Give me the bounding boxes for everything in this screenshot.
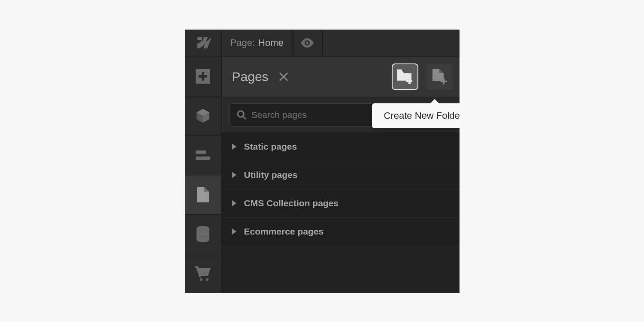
search-placeholder: Search pages: [251, 110, 307, 120]
svg-rect-15: [406, 80, 412, 82]
nav-add-button[interactable]: [185, 57, 221, 96]
create-folder-button[interactable]: [392, 63, 418, 90]
svg-point-8: [200, 278, 203, 281]
main: Pages: [185, 57, 460, 293]
nav-navigator-button[interactable]: [185, 136, 221, 175]
page-group-static[interactable]: Static pages: [222, 133, 460, 161]
page-group-label: Static pages: [244, 141, 297, 152]
folder-plus-icon: [396, 69, 414, 84]
svg-point-1: [306, 42, 308, 44]
page-group-label: Ecommerce pages: [244, 226, 324, 237]
create-page-button[interactable]: [426, 63, 453, 90]
close-panel-button[interactable]: [279, 72, 288, 81]
nav-ecommerce-button[interactable]: [185, 254, 221, 293]
eye-icon: [300, 38, 314, 48]
plus-box-icon: [196, 69, 210, 84]
nav-symbols-button[interactable]: [185, 96, 221, 136]
page-name: Home: [258, 37, 284, 48]
page-indicator[interactable]: Page: Home: [222, 30, 293, 57]
preview-button[interactable]: [293, 30, 323, 57]
svg-rect-10: [397, 69, 402, 72]
tooltip-create-folder: Create New Folder: [372, 103, 460, 128]
page-icon: [197, 187, 209, 202]
nav-cms-button[interactable]: [185, 215, 221, 254]
page-label-prefix: Page:: [230, 37, 255, 48]
page-group-utility[interactable]: Utility pages: [222, 161, 460, 190]
webflow-logo-icon: [194, 37, 212, 48]
caret-right-icon: [232, 172, 236, 178]
caret-right-icon: [232, 144, 236, 150]
search-icon: [237, 110, 246, 120]
svg-rect-17: [441, 81, 447, 82]
panel-title: Pages: [232, 69, 269, 84]
page-group-label: Utility pages: [244, 170, 298, 180]
svg-point-9: [206, 278, 209, 281]
cart-icon: [195, 266, 211, 281]
caret-right-icon: [232, 229, 236, 235]
topbar: Page: Home: [185, 30, 460, 57]
page-group-ecommerce[interactable]: Ecommerce pages: [222, 218, 460, 246]
close-icon: [279, 72, 288, 81]
svg-point-18: [238, 111, 244, 117]
caret-right-icon: [232, 200, 236, 206]
svg-rect-6: [196, 156, 210, 160]
panel-header: Pages: [222, 57, 460, 97]
app-window: Page: Home: [185, 30, 460, 293]
svg-line-19: [243, 116, 246, 119]
svg-rect-5: [196, 150, 206, 154]
logo-button[interactable]: [185, 30, 222, 57]
svg-rect-4: [199, 75, 207, 78]
nav-pages-button[interactable]: [185, 175, 221, 215]
page-group-cms[interactable]: CMS Collection pages: [222, 190, 460, 218]
navigator-icon: [196, 150, 210, 160]
tooltip-text: Create New Folder: [384, 110, 460, 121]
pages-panel: Pages: [222, 57, 460, 293]
page-group-label: CMS Collection pages: [244, 198, 339, 208]
page-plus-icon: [432, 68, 447, 85]
database-icon: [196, 226, 210, 242]
cube-icon: [195, 108, 211, 123]
left-nav: [185, 57, 222, 293]
page-groups: Static pages Utility pages CMS Collectio…: [222, 133, 460, 246]
